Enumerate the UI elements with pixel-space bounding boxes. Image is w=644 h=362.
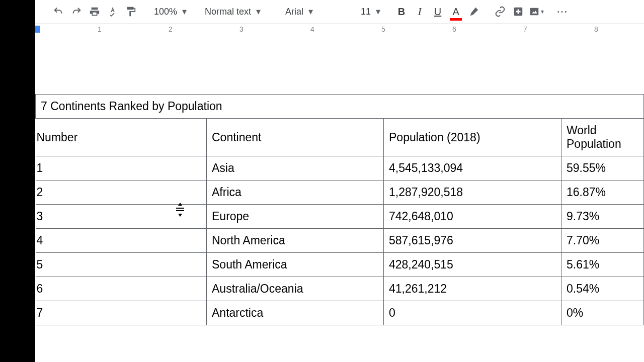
cell-continent[interactable]: Asia [207,156,384,180]
cell-percent[interactable]: 16.87% [561,180,644,205]
ruler-mark: 6 [452,25,456,33]
cell-number[interactable]: 7 [36,301,207,325]
font-dropdown[interactable]: Arial ▾ [280,4,346,20]
svg-rect-2 [516,11,520,13]
more-button[interactable]: ⋯ [554,4,571,20]
cell-population[interactable]: 1,287,920,518 [384,180,561,205]
spellcheck-button[interactable] [105,4,121,20]
table-row[interactable]: 7Antarctica00% [36,301,644,325]
header-world-population[interactable]: World Population [561,119,644,156]
cell-continent[interactable]: North America [207,229,384,253]
cell-continent[interactable]: Antarctica [207,301,384,325]
table-row[interactable]: 3Europe742,648,0109.73% [36,205,644,229]
header-continent[interactable]: Continent [207,119,384,156]
cell-number[interactable]: 4 [36,229,207,253]
ruler-mark: 4 [310,25,314,33]
text-color-button[interactable]: A [448,4,464,20]
table-header-row[interactable]: Number Continent Population (2018) World… [36,119,644,156]
table-row[interactable]: 5South America428,240,5155.61% [36,253,644,277]
insert-link-button[interactable] [492,4,508,20]
cell-population[interactable]: 0 [384,301,561,325]
cell-continent[interactable]: Australia/Oceania [207,277,384,301]
cell-number[interactable]: 1 [36,156,207,180]
undo-button[interactable] [50,4,66,20]
ruler-mark: 3 [239,25,244,33]
cell-population[interactable]: 4,545,133,094 [384,156,561,180]
zoom-dropdown[interactable]: 100% ▾ [149,4,190,20]
highlight-button[interactable] [466,4,482,20]
zoom-value: 100% [154,7,177,17]
header-number[interactable]: Number [36,119,207,156]
continents-table[interactable]: 7 Continents Ranked by Population Number… [35,94,644,325]
insert-comment-button[interactable] [510,4,526,20]
chevron-down-icon: ▾ [376,6,380,17]
cell-percent[interactable]: 5.61% [561,253,644,277]
font-size-value: 11 [361,7,371,17]
cell-continent[interactable]: Africa [207,180,384,205]
style-value: Normal text [205,7,251,17]
print-button[interactable] [87,4,103,20]
cell-percent[interactable]: 59.55% [561,156,644,180]
chevron-down-icon: ▾ [256,6,261,17]
cell-percent[interactable]: 9.73% [561,205,644,229]
paint-format-button[interactable] [123,4,139,20]
table-row[interactable]: 4North America587,615,9767.70% [36,229,644,253]
ruler-mark: 1 [98,25,102,33]
cell-number[interactable]: 3 [36,205,207,229]
cell-population[interactable]: 742,648,010 [384,205,561,229]
ruler-mark: 7 [523,25,527,33]
table-title-row[interactable]: 7 Continents Ranked by Population [36,95,644,119]
ruler-mark: 5 [381,25,385,33]
cell-population[interactable]: 41,261,212 [384,277,561,301]
paragraph-style-dropdown[interactable]: Normal text ▾ [200,4,270,20]
insert-image-button[interactable]: ▾ [528,4,544,20]
cell-percent[interactable]: 7.70% [561,229,644,253]
chevron-down-icon: ▾ [308,6,313,17]
ruler-mark: 8 [594,25,598,33]
font-value: Arial [285,7,303,17]
cell-number[interactable]: 5 [36,253,207,277]
cell-population[interactable]: 428,240,515 [384,253,561,277]
cell-number[interactable]: 2 [36,180,207,205]
table-row[interactable]: 1Asia4,545,133,09459.55% [36,156,644,180]
bold-button[interactable]: B [393,4,410,20]
header-population[interactable]: Population (2018) [384,119,561,156]
underline-button[interactable]: U [430,4,446,20]
chevron-down-icon: ▾ [541,8,544,15]
cell-percent[interactable]: 0.54% [561,277,644,301]
left-black-bar [0,0,35,362]
cell-continent[interactable]: South America [207,253,384,277]
table-row[interactable]: 2Africa1,287,920,51816.87% [36,180,644,205]
ruler-indent-marker[interactable] [35,26,40,33]
toolbar: 100% ▾ Normal text ▾ Arial ▾ 11 ▾ B I U … [35,0,644,23]
table-row[interactable]: 6Australia/Oceania41,261,2120.54% [36,277,644,301]
redo-button[interactable] [68,4,85,20]
font-size-dropdown[interactable]: 11 ▾ [356,4,383,20]
cell-percent[interactable]: 0% [561,301,644,325]
italic-button[interactable]: I [412,4,428,20]
cell-number[interactable]: 6 [36,277,207,301]
cell-population[interactable]: 587,615,976 [384,229,561,253]
cell-continent[interactable]: Europe [207,205,384,229]
chevron-down-icon: ▾ [182,6,187,17]
ruler[interactable]: 1 2 3 4 5 6 7 8 [35,23,644,36]
table-title[interactable]: 7 Continents Ranked by Population [36,95,644,119]
ruler-mark: 2 [169,25,173,33]
svg-rect-3 [530,8,539,16]
document-page[interactable]: 7 Continents Ranked by Population Number… [35,36,644,362]
